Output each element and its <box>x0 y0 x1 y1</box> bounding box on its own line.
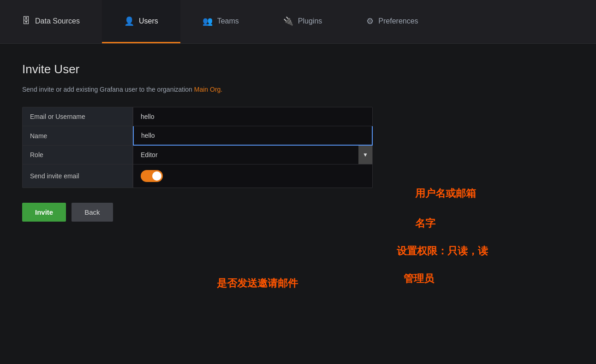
tab-users-label: Users <box>139 17 158 25</box>
tab-plugins[interactable]: 🔌 Plugins <box>261 0 344 43</box>
tab-plugins-label: Plugins <box>298 17 322 25</box>
nav-tabs: 🗄 Data Sources 👤 Users 👥 Teams 🔌 Plugins… <box>0 0 596 44</box>
label-name: Name <box>22 126 133 146</box>
input-cell-toggle <box>133 164 373 188</box>
plugins-icon: 🔌 <box>283 16 293 26</box>
form-buttons: Invite Back <box>22 203 574 222</box>
input-cell-email <box>133 107 373 126</box>
page-title: Invite User <box>22 62 574 76</box>
annotation-role-2: 管理员 <box>404 272 434 286</box>
label-role: Role <box>22 146 133 164</box>
send-email-toggle[interactable] <box>141 170 163 182</box>
field-name: Name <box>22 126 373 146</box>
tab-users[interactable]: 👤 Users <box>102 0 180 43</box>
annotation-role-1: 设置权限：只读，读 <box>397 244 488 258</box>
tab-preferences[interactable]: ⚙ Preferences <box>344 0 440 43</box>
role-select[interactable]: Viewer Editor Admin <box>133 146 372 164</box>
tab-data-sources[interactable]: 🗄 Data Sources <box>0 0 102 43</box>
invite-button[interactable]: Invite <box>22 203 66 222</box>
datasource-icon: 🗄 <box>22 16 30 26</box>
tab-data-sources-label: Data Sources <box>35 17 80 25</box>
subtitle: Send invite or add existing Grafana user… <box>22 86 574 93</box>
invite-form: Email or Username Name Role View <box>22 107 373 188</box>
annotation-username: 用户名或邮箱 <box>415 187 476 200</box>
users-icon: 👤 <box>124 16 134 26</box>
name-input[interactable] <box>134 126 372 145</box>
label-send-email: Send invite email <box>22 164 133 188</box>
field-role: Role Viewer Editor Admin ▼ <box>22 146 373 164</box>
preferences-icon: ⚙ <box>366 16 374 26</box>
tab-preferences-label: Preferences <box>378 17 418 25</box>
input-cell-role: Viewer Editor Admin ▼ <box>133 146 373 164</box>
field-email-username: Email or Username <box>22 107 373 126</box>
tab-teams[interactable]: 👥 Teams <box>180 0 261 43</box>
field-send-email: Send invite email <box>22 164 373 188</box>
label-email-username: Email or Username <box>22 107 133 126</box>
email-username-input[interactable] <box>133 107 372 126</box>
main-content: Invite User Send invite or add existing … <box>0 44 596 240</box>
annotation-email-toggle: 是否发送邀请邮件 <box>217 276 298 290</box>
org-link[interactable]: Main Org. <box>194 86 222 93</box>
back-button[interactable]: Back <box>72 203 113 222</box>
teams-icon: 👥 <box>203 16 213 26</box>
tab-teams-label: Teams <box>217 17 239 25</box>
input-cell-name <box>133 126 373 146</box>
